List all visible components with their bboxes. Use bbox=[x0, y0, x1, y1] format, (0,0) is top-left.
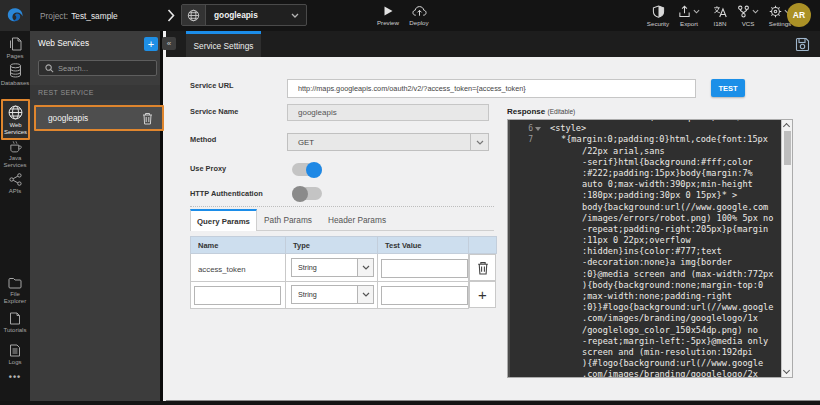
param-name: access_token bbox=[191, 265, 246, 274]
service-list-item-googleapis[interactable]: googleapis bbox=[34, 105, 164, 131]
preview-button[interactable]: Preview bbox=[370, 0, 406, 31]
add-param-button[interactable]: + bbox=[469, 281, 496, 308]
sidebar-item-pages[interactable]: Pages bbox=[0, 37, 30, 60]
line-number bbox=[510, 168, 543, 179]
code-line: :11px 0 22px;overflow bbox=[510, 235, 781, 246]
http-auth-toggle[interactable] bbox=[292, 187, 322, 200]
sidebar-item-label: Logs bbox=[8, 359, 21, 366]
delete-param-button[interactable] bbox=[469, 254, 496, 281]
breadcrumb-chevron-icon bbox=[167, 0, 175, 31]
test-button[interactable]: TEST bbox=[711, 79, 745, 97]
code-text: ;max-width:none;padding-right bbox=[543, 291, 732, 302]
security-button[interactable]: Security bbox=[640, 0, 676, 31]
service-name-input[interactable] bbox=[287, 104, 489, 121]
service-selector[interactable]: googleapis bbox=[181, 4, 307, 26]
search-input[interactable] bbox=[58, 64, 138, 73]
sidebar-item-logs[interactable]: Logs bbox=[0, 344, 30, 366]
app-logo[interactable] bbox=[0, 0, 30, 31]
tab-header-params[interactable]: Header Params bbox=[326, 209, 388, 231]
line-number bbox=[510, 246, 543, 257]
param-type-value: String bbox=[292, 290, 357, 299]
gear-icon bbox=[769, 5, 782, 18]
code-line: 7*{margin:0;padding:0}html,code{font:15p… bbox=[510, 134, 781, 145]
code-line: /22px arial,sans bbox=[510, 146, 781, 157]
column-header-name: Name bbox=[191, 237, 286, 254]
code-line: .com/images/branding/googlelogo/2x bbox=[510, 369, 781, 377]
folder-icon bbox=[8, 277, 22, 289]
code-text: -serif}html{background:#fff;color bbox=[543, 157, 753, 168]
param-type-select[interactable]: String bbox=[291, 285, 374, 304]
chevron-down-icon bbox=[357, 286, 373, 303]
export-icon bbox=[678, 5, 691, 18]
line-number bbox=[510, 269, 543, 280]
code-line: body{background:url(//www.google.com bbox=[510, 202, 781, 213]
code-text: /googlelogo_color_150x54dp.png) no bbox=[543, 325, 758, 336]
code-line: screen and (min-resolution:192dpi bbox=[510, 347, 781, 358]
code-text: :180px;padding:30px 0 15px}* > bbox=[543, 190, 737, 201]
user-avatar[interactable]: AR bbox=[787, 3, 811, 27]
panel-search[interactable] bbox=[38, 60, 157, 76]
use-proxy-toggle[interactable] bbox=[292, 163, 322, 176]
line-number bbox=[510, 146, 543, 157]
sidebar-item-apis[interactable]: APIs bbox=[0, 173, 30, 195]
service-url-input[interactable] bbox=[287, 79, 696, 98]
scroll-down-arrow-icon[interactable] bbox=[783, 367, 790, 374]
response-code-editor[interactable]: <title>Error 400 (Bad Request)!!1</title… bbox=[507, 119, 793, 378]
sidebar-more-button[interactable]: ••• bbox=[0, 372, 30, 382]
editor-scrollbar[interactable] bbox=[781, 120, 792, 377]
code-line: auto 0;max-width:390px;min-height bbox=[510, 179, 781, 190]
table-row: String + bbox=[191, 281, 497, 308]
delete-service-icon[interactable] bbox=[142, 112, 162, 125]
tab-path-params[interactable]: Path Params bbox=[260, 209, 316, 231]
chevron-down-icon bbox=[693, 9, 700, 14]
code-line: ;max-width:none;padding-right bbox=[510, 291, 781, 302]
tab-query-params[interactable]: Query Params bbox=[190, 209, 257, 231]
sidebar-item-java-services[interactable]: JavaServices bbox=[0, 140, 30, 168]
fold-arrow-icon[interactable] bbox=[535, 127, 541, 131]
tab-service-settings[interactable]: Service Settings bbox=[186, 31, 261, 57]
sidebar-item-label: JavaServices bbox=[3, 155, 26, 168]
sidebar-item-web-services[interactable]: WebServices bbox=[1, 99, 30, 140]
security-label: Security bbox=[647, 20, 669, 27]
line-number bbox=[510, 347, 543, 358]
sidebar-item-file-explorer[interactable]: FileExplorer bbox=[0, 277, 30, 304]
save-icon[interactable] bbox=[795, 37, 810, 52]
scroll-up-arrow-icon[interactable] bbox=[783, 123, 790, 130]
app-window: Project: Test_sample googleapis Preview … bbox=[0, 0, 820, 405]
code-line: :0}}#logo{background:url(//www.google bbox=[510, 302, 781, 313]
sidebar-item-label: FileExplorer bbox=[4, 291, 26, 304]
code-text: <style> bbox=[543, 123, 586, 134]
collapse-panel-button[interactable]: « bbox=[162, 37, 176, 50]
code-text: :0}}#logo{background:url(//www.google bbox=[543, 302, 773, 313]
code-area[interactable]: <title>Error 400 (Bad Request)!!1</title… bbox=[508, 120, 781, 377]
export-button[interactable]: Export bbox=[672, 0, 706, 31]
code-text: auto 0;max-width:390px;min-height bbox=[543, 179, 753, 190]
http-auth-label: HTTP Authentication bbox=[190, 189, 263, 198]
i18n-button[interactable]: I18N bbox=[705, 0, 735, 31]
param-type-select[interactable]: String bbox=[291, 258, 374, 277]
method-select[interactable]: GET bbox=[287, 133, 489, 151]
scrollbar-thumb[interactable] bbox=[784, 131, 791, 165]
line-number bbox=[510, 213, 543, 224]
method-value: GET bbox=[288, 138, 470, 147]
column-header-test-value: Test Value bbox=[378, 237, 469, 254]
add-service-button[interactable]: + bbox=[144, 37, 158, 51]
code-line: :0}@media screen and (max-width:772px bbox=[510, 269, 781, 280]
deploy-button[interactable]: Deploy bbox=[402, 0, 436, 31]
code-line: .com/images/branding/googlelogo/1x bbox=[510, 313, 781, 324]
sidebar-item-label: Databases bbox=[1, 80, 30, 87]
code-line: :hidden}ins{color:#777;text bbox=[510, 246, 781, 257]
line-number: 6 bbox=[510, 123, 543, 134]
param-test-value-input[interactable] bbox=[381, 286, 468, 305]
line-number: 7 bbox=[510, 134, 543, 145]
param-name-input[interactable] bbox=[194, 286, 281, 305]
tutorials-icon bbox=[9, 312, 21, 325]
cloud-upload-icon bbox=[412, 5, 427, 17]
sidebar-item-tutorials[interactable]: Tutorials bbox=[0, 312, 30, 334]
line-number bbox=[510, 157, 543, 168]
param-test-value-input[interactable] bbox=[381, 259, 468, 278]
sidebar-item-databases[interactable]: Databases bbox=[0, 63, 30, 87]
code-text: :#222;padding:15px}body{margin:7% bbox=[543, 168, 753, 179]
vcs-button[interactable]: VCS bbox=[733, 0, 763, 31]
project-name: Test_sample bbox=[71, 11, 118, 21]
